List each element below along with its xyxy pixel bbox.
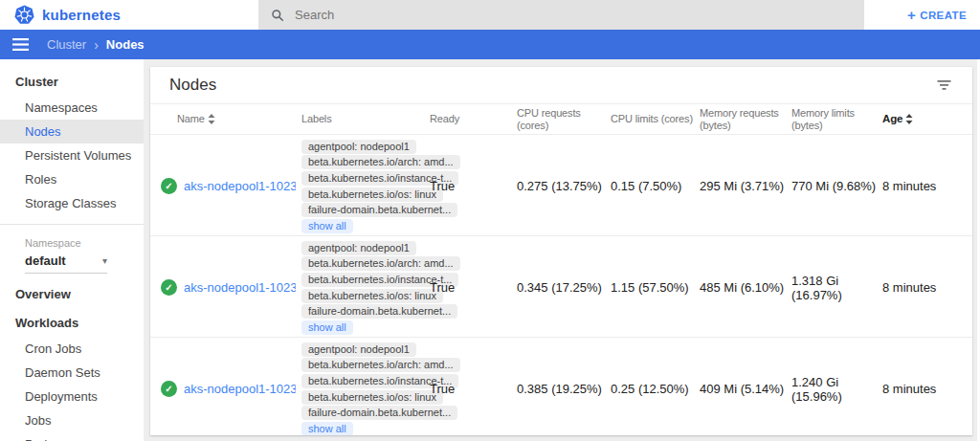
node-ready-check-icon: ✓ (161, 381, 177, 397)
label-chip: agentpool: nodepool1 (301, 241, 416, 255)
sidebar-item-roles[interactable]: Roles (0, 167, 144, 191)
filter-button[interactable] (937, 79, 951, 91)
sidebar-section-cluster[interactable]: Cluster (0, 67, 144, 96)
sidebar-item-nodes[interactable]: Nodes (0, 120, 144, 143)
node-name-link[interactable]: aks-nodepool1-10230590-vm... (184, 179, 296, 193)
labels-cell: agentpool: nodepool1 beta.kubernetes.io/… (301, 338, 430, 435)
card-header: Nodes (150, 67, 972, 103)
node-name-link[interactable]: aks-nodepool1-10230590-vm... (184, 280, 296, 295)
namespace-label: Namespace (0, 233, 144, 250)
node-name-link[interactable]: aks-nodepool1-10230590-vm... (184, 382, 296, 396)
sort-icon (905, 114, 913, 124)
namespace-select[interactable]: default ▾ (25, 254, 107, 274)
menu-icon[interactable] (12, 38, 29, 51)
sidebar-item-cron-jobs[interactable]: Cron Jobs (0, 337, 144, 361)
page-title: Nodes (169, 76, 216, 95)
label-chip: beta.kubernetes.io/os: linux (301, 187, 443, 202)
ready-value: True (430, 236, 517, 340)
memory-limits-value: 770 Mi (9.68%) (791, 135, 882, 238)
breadcrumb-current: Nodes (106, 37, 145, 52)
labels-cell: agentpool: nodepool1 beta.kubernetes.io/… (301, 236, 430, 340)
sidebar-item-storage-classes[interactable]: Storage Classes (0, 191, 144, 215)
age-value: 8 minutes (882, 236, 972, 340)
sidebar-section-workloads[interactable]: Workloads (0, 308, 144, 337)
cpu-limits-value: 0.25 (12.50%) (611, 338, 700, 435)
table-row: ✓ aks-nodepool1-10230590-vm... agentpool… (150, 338, 972, 435)
sidebar-item-namespaces[interactable]: Namespaces (0, 96, 144, 120)
label-chip: agentpool: nodepool1 (301, 342, 416, 357)
sidebar-item-pods[interactable]: Pods (0, 432, 144, 441)
sidebar-item-daemon-sets[interactable]: Daemon Sets (0, 361, 144, 385)
memory-requests-value: 295 Mi (3.71%) (700, 135, 791, 238)
column-header-cpu-limits: CPU limits (cores) (611, 113, 700, 125)
label-chip: agentpool: nodepool1 (301, 140, 416, 154)
sidebar-item-persistent-volumes[interactable]: Persistent Volumes (0, 143, 144, 167)
column-header-ready: Ready (430, 113, 517, 125)
node-ready-check-icon: ✓ (161, 279, 177, 296)
create-button-label: CREATE (920, 10, 967, 21)
sidebar-item-jobs[interactable]: Jobs (0, 408, 144, 432)
column-header-memory-requests: Memory requests (bytes) (700, 107, 791, 132)
plus-icon: + (907, 8, 916, 22)
node-ready-check-icon: ✓ (161, 178, 177, 194)
label-chip: beta.kubernetes.io/os: linux (301, 390, 443, 405)
breadcrumb-bar: Cluster › Nodes (0, 30, 980, 59)
content-area: Cluster Namespaces Nodes Persistent Volu… (0, 59, 980, 441)
sort-icon (208, 114, 215, 124)
sidebar: Cluster Namespaces Nodes Persistent Volu… (0, 59, 144, 441)
show-all-button[interactable]: show all (301, 320, 353, 335)
search-icon (271, 9, 284, 22)
sidebar-item-deployments[interactable]: Deployments (0, 385, 144, 408)
age-value: 8 minutes (882, 135, 972, 238)
sidebar-item-overview[interactable]: Overview (0, 279, 144, 308)
column-header-name[interactable]: Name (150, 113, 301, 125)
filter-icon (937, 79, 951, 91)
labels-cell: agentpool: nodepool1 beta.kubernetes.io/… (301, 135, 430, 238)
cpu-requests-value: 0.345 (17.25%) (517, 236, 611, 340)
top-bar: kubernetes + CREATE (0, 0, 980, 30)
column-header-age[interactable]: Age (882, 113, 972, 125)
main-area: Nodes Name (144, 59, 980, 441)
logo-text: kubernetes (42, 7, 121, 23)
label-chip: beta.kubernetes.io/os: linux (301, 289, 443, 303)
memory-requests-value: 485 Mi (6.10%) (700, 236, 791, 340)
search-input[interactable] (295, 8, 852, 22)
cpu-requests-value: 0.385 (19.25%) (517, 338, 611, 435)
kubernetes-logo[interactable]: kubernetes (0, 5, 258, 25)
caret-down-icon: ▾ (102, 255, 107, 266)
show-all-button[interactable]: show all (301, 422, 353, 435)
column-header-labels: Labels (301, 113, 430, 125)
kubernetes-helm-icon (14, 5, 34, 25)
cpu-limits-value: 1.15 (57.50%) (611, 236, 700, 340)
memory-limits-value: 1.240 Gi (15.96%) (791, 338, 882, 435)
table-row: ✓ aks-nodepool1-10230590-vm... agentpool… (150, 135, 972, 236)
memory-limits-value: 1.318 Gi (16.97%) (791, 236, 882, 340)
cpu-requests-value: 0.275 (13.75%) (517, 135, 611, 238)
table-row: ✓ aks-nodepool1-10230590-vm... agentpool… (150, 236, 972, 338)
sidebar-divider (0, 224, 144, 225)
ready-value: True (430, 135, 517, 238)
breadcrumb-parent[interactable]: Cluster (47, 37, 86, 52)
create-button[interactable]: + CREATE (907, 8, 967, 22)
memory-requests-value: 409 Mi (5.14%) (700, 338, 791, 435)
topbar-actions: + CREATE (864, 8, 980, 22)
search-box[interactable] (258, 0, 864, 30)
show-all-button[interactable]: show all (301, 219, 353, 233)
ready-value: True (430, 338, 517, 435)
namespace-selected-value: default (25, 254, 66, 268)
chevron-right-icon: › (94, 37, 99, 53)
nodes-card: Nodes Name (150, 67, 972, 435)
column-header-memory-limits: Memory limits (bytes) (791, 107, 882, 132)
cpu-limits-value: 0.15 (7.50%) (611, 135, 700, 238)
table-header-row: Name Labels Ready CPU requests (cores) C (150, 103, 972, 135)
column-header-cpu-requests: CPU requests (cores) (517, 107, 611, 132)
age-value: 8 minutes (882, 338, 972, 435)
